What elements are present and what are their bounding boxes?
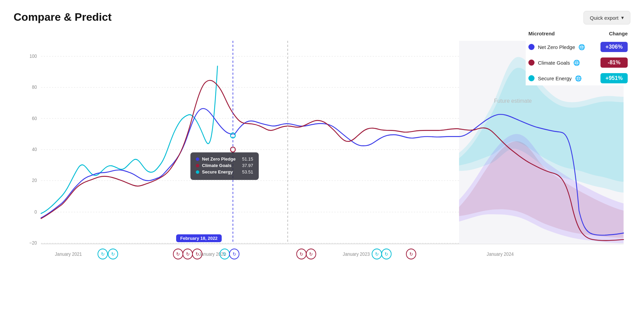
- chevron-down-icon: ▾: [621, 15, 624, 21]
- svg-text:↻: ↻: [176, 252, 180, 257]
- header-row: Compare & Predict Quick export ▾: [14, 11, 630, 24]
- svg-text:↻: ↻: [101, 252, 105, 257]
- svg-text:↻: ↻: [409, 252, 413, 257]
- svg-text:0: 0: [34, 209, 37, 214]
- svg-text:↻: ↻: [309, 252, 313, 257]
- svg-text:60: 60: [32, 116, 37, 121]
- svg-text:↻: ↻: [186, 252, 190, 257]
- svg-point-23: [232, 134, 234, 136]
- svg-text:↻: ↻: [223, 252, 226, 257]
- svg-text:↻: ↻: [385, 252, 388, 257]
- legend-dot-net-zero: [528, 44, 535, 50]
- legend-change-header: Change: [609, 31, 628, 36]
- page-title: Compare & Predict: [14, 11, 112, 23]
- globe-icon-secure-energy[interactable]: 🌐: [575, 75, 582, 82]
- legend-left-climate-goals: Climate Goals 🌐: [528, 60, 596, 66]
- legend-item-secure-energy: Secure Energy 🌐 +951%: [526, 71, 630, 85]
- globe-icon-climate-goals[interactable]: 🌐: [573, 60, 580, 66]
- svg-text:−20: −20: [29, 240, 37, 246]
- legend-item-climate-goals: Climate Goals 🌐 -81%: [526, 55, 630, 70]
- legend-badge-net-zero: +306%: [600, 42, 628, 52]
- legend-left-net-zero: Net Zero Pledge 🌐: [528, 44, 596, 50]
- svg-text:100: 100: [30, 53, 37, 59]
- svg-text:↻: ↻: [111, 252, 115, 257]
- svg-text:80: 80: [32, 85, 37, 90]
- legend-badge-secure-energy: +951%: [600, 73, 628, 83]
- legend-badge-climate-goals: -81%: [600, 57, 628, 68]
- svg-text:↻: ↻: [300, 252, 303, 257]
- svg-text:January 2022: January 2022: [199, 252, 226, 257]
- svg-text:20: 20: [32, 178, 37, 183]
- globe-icon-net-zero[interactable]: 🌐: [578, 44, 585, 50]
- legend-dot-climate-goals: [528, 60, 535, 66]
- legend-label-net-zero: Net Zero Pledge: [538, 44, 575, 50]
- svg-text:January 2021: January 2021: [55, 252, 82, 257]
- quick-export-label: Quick export: [590, 15, 618, 21]
- legend-item-net-zero: Net Zero Pledge 🌐 +306%: [526, 40, 630, 54]
- svg-text:January 2024: January 2024: [487, 252, 514, 257]
- legend-headers: Microtrend Change: [526, 31, 630, 36]
- legend-area: Microtrend Change Net Zero Pledge 🌐 +306…: [526, 31, 630, 85]
- svg-text:↻: ↻: [233, 252, 236, 257]
- legend-dot-secure-energy: [528, 75, 535, 81]
- legend-microtrend-header: Microtrend: [528, 31, 596, 36]
- svg-text:↻: ↻: [375, 252, 379, 257]
- svg-text:40: 40: [32, 147, 37, 152]
- quick-export-button[interactable]: Quick export ▾: [583, 11, 630, 24]
- svg-text:↻: ↻: [196, 252, 199, 257]
- legend-label-secure-energy: Secure Energy: [538, 76, 572, 81]
- svg-point-25: [232, 149, 234, 151]
- svg-text:January 2023: January 2023: [343, 252, 370, 257]
- legend-left-secure-energy: Secure Energy 🌐: [528, 75, 596, 82]
- legend-label-climate-goals: Climate Goals: [538, 60, 570, 66]
